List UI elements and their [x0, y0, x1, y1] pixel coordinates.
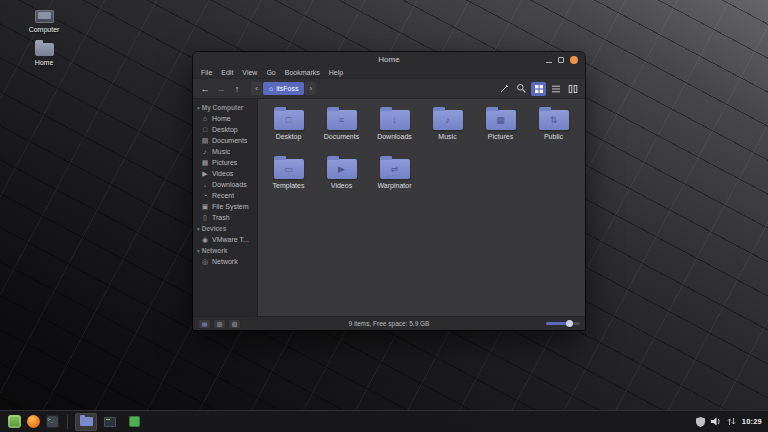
file-item-documents[interactable]: ≡Documents	[315, 106, 368, 153]
file-item-warpinator[interactable]: ⇌Warpinator	[368, 155, 421, 202]
downloads-icon: ↓	[201, 180, 209, 189]
zoom-handle[interactable]	[566, 320, 573, 327]
sidebar-item-vmware-t[interactable]: ◉VMware T...	[193, 234, 257, 245]
desktop-icon-label: Computer	[16, 26, 72, 34]
folder-emblem-icon: □	[274, 110, 304, 130]
sidebar-section-my-computer[interactable]: ▾My Computer	[193, 102, 257, 113]
grid-view-button[interactable]	[531, 82, 546, 96]
sidebar-item-documents[interactable]: ▤Documents	[193, 135, 257, 146]
sidebar-item-label: Desktop	[212, 125, 238, 134]
zoom-fill	[546, 322, 567, 325]
menu-help[interactable]: Help	[329, 67, 343, 79]
documents-icon: ▤	[201, 136, 209, 145]
sidebar-item-music[interactable]: ♪Music	[193, 146, 257, 157]
file-item-desktop[interactable]: □Desktop	[262, 106, 315, 153]
taskbar-window-app-green[interactable]	[123, 413, 145, 431]
file-item-public[interactable]: ⇅Public	[527, 106, 580, 153]
launcher-terminal[interactable]	[44, 414, 60, 430]
file-item-downloads[interactable]: ↓Downloads	[368, 106, 421, 153]
menu-go[interactable]: Go	[266, 67, 275, 79]
sidebar-section-network[interactable]: ▾Network	[193, 245, 257, 256]
taskbar-window-files[interactable]	[75, 413, 97, 431]
zoom-slider[interactable]	[546, 322, 580, 325]
sidebar-item-label: Trash	[212, 213, 230, 222]
toggle-places-button[interactable]: ▤	[198, 319, 211, 329]
sidebar-item-label: File System	[212, 202, 249, 211]
sidebar-item-pictures[interactable]: ▦Pictures	[193, 157, 257, 168]
file-item-pictures[interactable]: ▦Pictures	[474, 106, 527, 153]
shield-icon	[696, 417, 705, 427]
terminal-icon	[46, 415, 59, 428]
list-view-button[interactable]	[548, 82, 563, 96]
folder-emblem-icon: ▭	[274, 159, 304, 179]
sidebar-section-devices[interactable]: ▾Devices	[193, 223, 257, 234]
menu-file[interactable]: File	[201, 67, 212, 79]
desktop[interactable]: ComputerHome Home FileEditViewGoBookmark…	[0, 0, 768, 432]
folder-emblem-icon: ⇅	[539, 110, 569, 130]
folder-icon: □	[274, 110, 304, 130]
chevron-down-icon: ▾	[197, 104, 200, 112]
sidebar-item-network[interactable]: ◎Network	[193, 256, 257, 267]
launcher-firefox[interactable]	[25, 414, 41, 430]
desktop-icon-home[interactable]: Home	[16, 43, 72, 67]
folder-icon: ▶	[327, 159, 357, 179]
breadcrumb-next-button[interactable]: ›	[305, 82, 316, 95]
edit-location-button[interactable]	[497, 82, 512, 96]
network-tray-button[interactable]	[727, 417, 736, 426]
menu-bookmarks[interactable]: Bookmarks	[285, 67, 320, 79]
sidebar-item-label: VMware T...	[212, 235, 249, 244]
menu-edit[interactable]: Edit	[221, 67, 233, 79]
file-item-templates[interactable]: ▭Templates	[262, 155, 315, 202]
folder-icon: ▦	[486, 110, 516, 130]
network-icon	[727, 417, 736, 426]
file-label: Videos	[315, 182, 368, 190]
menu-view[interactable]: View	[242, 67, 257, 79]
desktop-icons: ComputerHome	[16, 10, 72, 76]
sidebar-item-videos[interactable]: ▶Videos	[193, 168, 257, 179]
toggle-treeview-button[interactable]: ▥	[213, 319, 226, 329]
launcher-menu[interactable]	[6, 414, 22, 430]
close-button[interactable]	[570, 56, 578, 64]
breadcrumb: ‹ ⌂ itsFoss ›	[251, 82, 316, 95]
back-button[interactable]: ←	[198, 82, 212, 96]
status-bar: 9 items, Free space: 5.9 GB ▤▥▧	[193, 316, 585, 330]
sidebar-item-home[interactable]: ⌂Home	[193, 113, 257, 124]
maximize-button[interactable]	[558, 57, 564, 63]
sidebar-item-recent[interactable]: ◔Recent	[193, 190, 257, 201]
breadcrumb-current[interactable]: ⌂ itsFoss	[263, 82, 304, 95]
terminal-icon	[104, 417, 116, 427]
compact-view-button[interactable]	[565, 82, 580, 96]
taskbar-window-terminal[interactable]	[99, 413, 121, 431]
sidebar-item-downloads[interactable]: ↓Downloads	[193, 179, 257, 190]
system-tray: 10:29	[696, 417, 762, 427]
file-item-videos[interactable]: ▶Videos	[315, 155, 368, 202]
clock[interactable]: 10:29	[742, 417, 762, 426]
toggle-hidden-button[interactable]: ▧	[228, 319, 241, 329]
chevron-down-icon: ▾	[197, 247, 200, 255]
titlebar[interactable]: Home	[193, 52, 585, 67]
forward-button[interactable]: →	[214, 82, 228, 96]
taskbar-launchers	[6, 414, 60, 430]
minimize-button[interactable]	[546, 57, 552, 63]
volume-tray-button[interactable]	[711, 417, 721, 426]
search-button[interactable]	[514, 82, 529, 96]
file-item-music[interactable]: ♪Music	[421, 106, 474, 153]
shield-tray-button[interactable]	[696, 417, 705, 427]
sidebar-item-desktop[interactable]: □Desktop	[193, 124, 257, 135]
up-button[interactable]: ↑	[230, 82, 244, 96]
taskbar-separator	[67, 415, 68, 429]
desktop-icon: □	[201, 125, 209, 134]
edit-location-icon	[499, 83, 510, 94]
toolbar: ← → ↑ ‹ ⌂ itsFoss ›	[193, 79, 585, 99]
window-controls	[546, 56, 585, 64]
breadcrumb-label: itsFoss	[276, 82, 298, 95]
file-manager-window[interactable]: Home FileEditViewGoBookmarksHelp ← → ↑ ‹…	[193, 52, 585, 330]
sidebar-item-trash[interactable]: ▯Trash	[193, 212, 257, 223]
breadcrumb-prev-button[interactable]: ‹	[251, 82, 262, 95]
sidebar-item-file-system[interactable]: ▣File System	[193, 201, 257, 212]
desktop-icon-computer[interactable]: Computer	[16, 10, 72, 34]
sidebar-item-label: Network	[212, 257, 238, 266]
file-grid[interactable]: □Desktop≡Documents↓Downloads♪Music▦Pictu…	[258, 99, 585, 316]
sidebar-item-label: Music	[212, 147, 230, 156]
list-view-icon	[551, 84, 561, 94]
